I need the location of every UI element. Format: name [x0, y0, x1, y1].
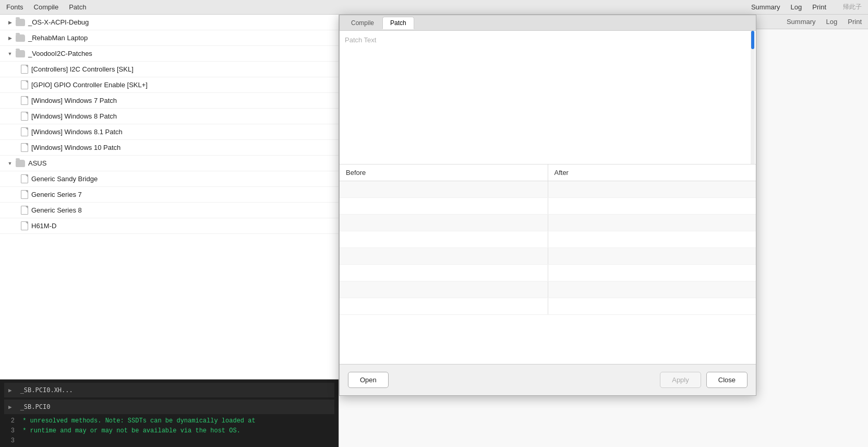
tree-item-controllers[interactable]: [Controllers] I2C Controllers [SKL]	[0, 62, 339, 77]
label-series8: Generic Series 8	[31, 206, 82, 214]
ba-cell-before-7[interactable]	[340, 281, 548, 298]
label-win10: [Windows] Windows 10 Patch	[31, 144, 120, 151]
patch-text-placeholder: Patch Text	[345, 36, 376, 44]
ba-cell-before-6[interactable]	[340, 265, 548, 281]
right-toolbar-summary[interactable]: Summary	[787, 18, 816, 26]
file-icon-gpio	[21, 80, 28, 89]
before-after-rows	[340, 181, 756, 364]
bottom-tree-sb-pci0[interactable]: _SB.PCI0	[20, 403, 51, 410]
before-col-header: Before	[340, 164, 548, 181]
ba-row-5	[340, 248, 756, 265]
ba-cell-after-6[interactable]	[548, 265, 756, 281]
ba-cell-before-8[interactable]	[340, 298, 548, 314]
tree-item-win81[interactable]: [Windows] Windows 8.1 Patch	[0, 124, 339, 140]
file-icon-series8	[21, 206, 28, 215]
folder-icon-voodoo	[16, 50, 25, 57]
open-button[interactable]: Open	[348, 372, 389, 388]
main-window: Fonts Compile Patch Summary Log Print 帰此…	[0, 0, 868, 447]
file-icon-win10	[21, 143, 28, 152]
ba-cell-before-4[interactable]	[340, 231, 548, 248]
ba-cell-before-2[interactable]	[340, 198, 548, 214]
file-icon-controllers	[21, 65, 28, 74]
file-icon-win81	[21, 127, 28, 136]
toolbar-print[interactable]: Print	[812, 3, 826, 11]
ba-cell-before-1[interactable]	[340, 181, 548, 197]
arrow-asus: ▼	[6, 160, 14, 167]
label-controllers: [Controllers] I2C Controllers [SKL]	[31, 65, 134, 73]
tree-item-os-acpi[interactable]: ▶ _OS-X-ACPI-Debug	[0, 15, 339, 30]
right-buttons: Apply Close	[660, 372, 748, 388]
label-win81: [Windows] Windows 8.1 Patch	[31, 128, 123, 136]
ba-cell-after-4[interactable]	[548, 231, 756, 248]
toolbar-patch[interactable]: Patch	[69, 3, 86, 11]
patch-text-scrollbar[interactable]	[751, 31, 755, 164]
label-rehabman: _RehabMan Laptop	[28, 34, 88, 42]
tree-item-win10[interactable]: [Windows] Windows 10 Patch	[0, 140, 339, 156]
ba-cell-after-5[interactable]	[548, 248, 756, 264]
left-panel: ▶ _OS-X-ACPI-Debug ▶ _RehabMan Laptop ▼ …	[0, 15, 339, 447]
tree-item-win8[interactable]: [Windows] Windows 8 Patch	[0, 109, 339, 124]
before-after-header: Before After	[340, 164, 756, 181]
ba-row-2	[340, 198, 756, 215]
watermark: 帰此子	[843, 3, 862, 11]
patch-text-area[interactable]: Patch Text	[340, 31, 756, 164]
toolbar-summary[interactable]: Summary	[751, 3, 780, 11]
ba-row-8	[340, 298, 756, 315]
toolbar-log[interactable]: Log	[791, 3, 802, 11]
before-after-section: Before After	[340, 164, 756, 364]
arrow-os-acpi: ▶	[6, 19, 14, 26]
label-os-acpi: _OS-X-ACPI-Debug	[28, 18, 89, 26]
label-asus: ASUS	[28, 159, 46, 167]
label-sandy: Generic Sandy Bridge	[31, 175, 98, 183]
label-h61m: H61M-D	[31, 222, 56, 230]
ba-row-6	[340, 265, 756, 281]
apply-button[interactable]: Apply	[660, 372, 701, 388]
patch-dialog: Compile Patch Patch Text Before	[339, 15, 756, 396]
tree-item-series7[interactable]: Generic Series 7	[0, 187, 339, 203]
tree-item-voodoo[interactable]: ▼ _VoodooI2C-Patches	[0, 46, 339, 62]
folder-icon-asus	[16, 160, 25, 167]
ba-cell-after-8[interactable]	[548, 298, 756, 314]
arrow-voodoo: ▼	[6, 50, 14, 57]
ba-cell-after-3[interactable]	[548, 215, 756, 231]
file-icon-win8	[21, 112, 28, 121]
log-area: ▶ _SB.PCI0.XH... ▶ _SB.PCI0 2 * unresolv…	[0, 379, 339, 447]
log-line-3: 3	[4, 436, 334, 446]
label-gpio: [GPIO] GPIO Controller Enable [SKL+]	[31, 81, 148, 89]
ba-row-3	[340, 215, 756, 231]
folder-icon-os-acpi	[16, 19, 25, 26]
ba-cell-after-1[interactable]	[548, 181, 756, 197]
tree-item-rehabman[interactable]: ▶ _RehabMan Laptop	[0, 30, 339, 46]
tab-patch[interactable]: Patch	[382, 17, 414, 29]
toolbar-compile[interactable]: Compile	[34, 3, 59, 11]
tree-list[interactable]: ▶ _OS-X-ACPI-Debug ▶ _RehabMan Laptop ▼ …	[0, 15, 339, 379]
label-voodoo: _VoodooI2C-Patches	[28, 50, 92, 57]
tab-compile[interactable]: Compile	[344, 17, 381, 29]
close-button[interactable]: Close	[706, 372, 748, 388]
log-line-1: 2 * unresolved methods. Note: SSDTs can …	[4, 416, 334, 426]
file-icon-win7	[21, 96, 28, 105]
right-panel: Summary Log Print Compile Patch Patch Te…	[339, 15, 868, 447]
toolbar-fonts[interactable]: Fonts	[6, 3, 23, 11]
after-col-header: After	[548, 164, 756, 181]
ba-cell-before-5[interactable]	[340, 248, 548, 264]
label-win8: [Windows] Windows 8 Patch	[31, 112, 117, 120]
ba-cell-after-7[interactable]	[548, 281, 756, 298]
ba-row-1	[340, 181, 756, 198]
tree-item-sandy[interactable]: Generic Sandy Bridge	[0, 171, 339, 187]
right-toolbar-log[interactable]: Log	[826, 18, 838, 26]
ba-cell-before-3[interactable]	[340, 215, 548, 231]
tree-item-series8[interactable]: Generic Series 8	[0, 203, 339, 218]
right-toolbar-print[interactable]: Print	[848, 18, 862, 26]
arrow-rehabman: ▶	[6, 34, 14, 42]
toolbar: Fonts Compile Patch Summary Log Print 帰此…	[0, 0, 868, 15]
tree-item-h61m[interactable]: H61M-D	[0, 218, 339, 234]
tree-item-win7[interactable]: [Windows] Windows 7 Patch	[0, 93, 339, 109]
ba-row-7	[340, 281, 756, 298]
tree-item-asus[interactable]: ▼ ASUS	[0, 156, 339, 171]
file-icon-h61m	[21, 221, 28, 230]
bottom-tree-sb-xh[interactable]: _SB.PCI0.XH...	[20, 386, 73, 394]
ba-cell-after-2[interactable]	[548, 198, 756, 214]
tree-item-gpio[interactable]: [GPIO] GPIO Controller Enable [SKL+]	[0, 77, 339, 93]
dialog-buttons: Open Apply Close	[340, 364, 756, 395]
